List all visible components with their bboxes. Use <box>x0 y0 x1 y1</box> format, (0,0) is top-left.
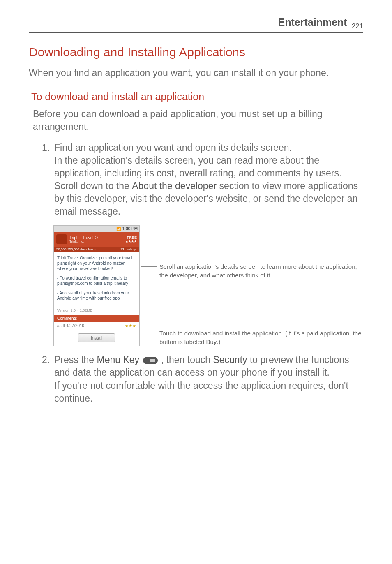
callout-bottom: Touch to download and install the applic… <box>148 329 363 346</box>
desc-p1: TripIt Travel Organizer puts all your tr… <box>57 255 136 271</box>
security-label: Security <box>213 354 247 365</box>
step-2-number: 2. <box>42 354 50 366</box>
intro-paragraph: When you find an application you want, y… <box>29 67 363 79</box>
callout-bottom-a: Touch to download and install the applic… <box>159 330 362 345</box>
app-version: Version 1.0.4 1.02MB <box>54 308 139 315</box>
step-2: 2. Press the Menu Key , then touch Secur… <box>54 354 363 405</box>
ratings-count: 731 ratings <box>120 247 137 251</box>
app-header: TripIt - Travel O TripIt, Inc. FREE ★★★★ <box>54 232 139 247</box>
app-stats-bar: 50,000-250,000 downloads 731 ratings <box>54 247 139 252</box>
app-sub: TripIt, Inc. <box>69 240 123 244</box>
desc-p2: - Forward travel confirmation emails to … <box>57 275 136 286</box>
comment-row: asdf 4/27/2010 ★★★ <box>54 322 139 330</box>
app-icon <box>56 234 67 244</box>
step-2-p2: If you're not comfortable with the acces… <box>54 380 348 404</box>
desc-p3: - Access all of your travel info from yo… <box>57 290 136 301</box>
step-2-a: Press the <box>54 354 97 365</box>
buy-label: Buy <box>206 338 217 345</box>
app-price: FREE <box>125 236 137 240</box>
install-bar: Install <box>54 330 139 346</box>
comment-stars: ★★★ <box>125 324 136 328</box>
about-developer-label: About the developer <box>132 180 217 191</box>
callouts-column: Scroll an application's details screen t… <box>148 225 363 346</box>
comments-bar: Comments <box>54 315 139 322</box>
download-count: 50,000-250,000 downloads <box>56 247 96 251</box>
menu-key-icon <box>143 357 158 364</box>
page-number: 221 <box>352 22 363 30</box>
phone-screenshot: 📶 1:00 PM TripIt - Travel O TripIt, Inc.… <box>53 225 140 346</box>
app-description: TripIt Travel Organizer puts all your tr… <box>54 252 139 308</box>
app-stars: ★★★★ <box>125 240 137 243</box>
comment-user: asdf 4/27/2010 <box>57 324 84 328</box>
callout-bottom-c: .) <box>217 338 220 345</box>
page-title: Downloading and Installing Applications <box>29 45 363 59</box>
header-section: Entertainment <box>278 16 347 28</box>
menu-key-label: Menu Key <box>97 354 140 365</box>
phone-status-bar: 📶 1:00 PM <box>54 226 139 232</box>
page-header: Entertainment 221 <box>29 16 363 33</box>
signal-icon: 📶 <box>116 227 122 231</box>
step-1-number: 1. <box>42 141 50 154</box>
callout-top: Scroll an application's details screen t… <box>148 262 363 280</box>
sub-title: To download and install an application <box>29 91 363 103</box>
sub-intro: Before you can download a paid applicati… <box>29 108 363 133</box>
step-2-c: , then touch <box>159 354 213 365</box>
app-title: TripIt - Travel O <box>69 236 123 240</box>
figure-block: 📶 1:00 PM TripIt - Travel O TripIt, Inc.… <box>53 225 363 346</box>
phone-time: 1:00 PM <box>122 227 138 231</box>
step-1: 1. Find an application you want and open… <box>54 141 363 218</box>
install-button[interactable]: Install <box>78 333 115 342</box>
step-1-line1: Find an application you want and open it… <box>54 142 292 153</box>
